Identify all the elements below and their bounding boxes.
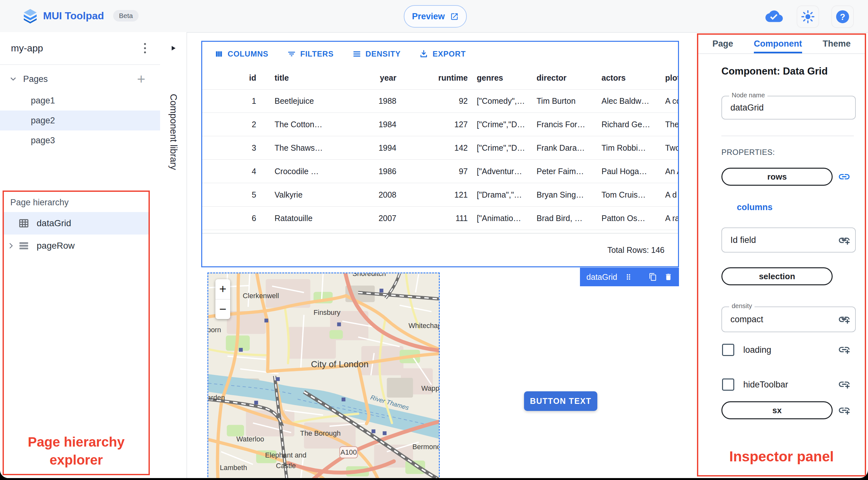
- chevron-right-icon[interactable]: [4, 242, 18, 250]
- tab-theme[interactable]: Theme: [823, 35, 850, 53]
- grid-cell: Brad Bird, …: [535, 214, 599, 223]
- grid-header-row: id title year runtime genres director ac…: [202, 66, 678, 90]
- drag-handle-icon[interactable]: [624, 273, 633, 281]
- button-component[interactable]: BUTTON TEXT: [524, 391, 597, 411]
- preview-button[interactable]: Preview: [404, 5, 467, 28]
- grid-cell: Frank Dara…: [535, 143, 599, 153]
- id-field-select[interactable]: Id field: [721, 227, 856, 253]
- tab-page[interactable]: Page: [712, 35, 733, 53]
- annotation-inspector-panel: Inspector panel: [698, 449, 865, 465]
- grid-header-cell[interactable]: runtime: [397, 73, 468, 83]
- grid-header-cell[interactable]: year: [325, 73, 397, 83]
- hierarchy-item-pagerow[interactable]: pageRow: [4, 234, 149, 257]
- duplicate-icon[interactable]: [649, 273, 657, 281]
- datagrid-component[interactable]: COLUMNS FILTERS DENSITY EXPORT id title …: [201, 41, 679, 267]
- map-image: A100 Shoreditch Clerkenwell Finsbury Whi…: [208, 274, 439, 478]
- grid-row[interactable]: 3The Shaws…1994142["Crime","D…Frank Dara…: [202, 136, 678, 160]
- cloud-synced-icon[interactable]: [765, 9, 783, 24]
- sidebar-item-page2[interactable]: page2: [0, 110, 160, 130]
- component-library-strip[interactable]: Component library: [160, 32, 187, 478]
- grid-cell: A d: [663, 190, 678, 199]
- export-button[interactable]: EXPORT: [419, 50, 465, 59]
- grid-cell: Beetlejuice: [257, 96, 325, 106]
- hidetoolbar-checkbox-label: hideToolbar: [743, 380, 788, 390]
- node-name-field[interactable]: Node name dataGrid: [721, 96, 856, 120]
- delete-icon[interactable]: [664, 273, 673, 281]
- grid-cell: ["Comedy",…: [468, 96, 535, 106]
- selection-chip-label: dataGrid: [586, 273, 617, 282]
- map-label-garden-cut: arden: [208, 393, 225, 402]
- tab-component[interactable]: Component: [754, 35, 802, 53]
- help-button[interactable]: ?: [831, 5, 854, 28]
- add-binding-icon[interactable]: [838, 378, 850, 391]
- add-page-button[interactable]: +: [137, 72, 145, 86]
- map-label-city-of-london: City of London: [311, 359, 368, 369]
- selection-chip[interactable]: dataGrid: [580, 268, 679, 286]
- project-name: my-app: [11, 43, 43, 54]
- grid-header-cell[interactable]: genres: [468, 73, 535, 83]
- density-select[interactable]: density compact: [721, 307, 856, 332]
- add-binding-icon[interactable]: [838, 404, 850, 417]
- rows-property-button[interactable]: rows: [721, 168, 833, 186]
- selection-property-button[interactable]: selection: [721, 267, 833, 285]
- zoom-out-button[interactable]: −: [215, 299, 230, 319]
- sx-property-button[interactable]: sx: [721, 401, 833, 419]
- bound-link-icon[interactable]: [838, 170, 850, 183]
- grid-cell: 142: [397, 143, 468, 153]
- grid-row[interactable]: 4Crocodile …198697["Adventur…Peter Faim……: [202, 160, 678, 183]
- project-menu-button[interactable]: [141, 40, 149, 57]
- grid-row[interactable]: 6Ratatouille2007111["Animatio…Brad Bird,…: [202, 206, 678, 230]
- map-label-lambeth: Lambeth: [220, 463, 247, 472]
- loading-checkbox-label: loading: [743, 345, 771, 355]
- grid-cell: ["Animatio…: [468, 214, 535, 223]
- hierarchy-item-datagrid[interactable]: dataGrid: [4, 212, 149, 234]
- properties-label: PROPERTIES:: [721, 148, 775, 157]
- grid-header-cell[interactable]: id: [202, 73, 257, 83]
- theme-toggle-button[interactable]: [797, 5, 819, 28]
- grid-cell: ["Crime","D…: [468, 120, 535, 129]
- grid-cell: Valkyrie: [257, 190, 325, 199]
- grid-header-cell[interactable]: actors: [599, 73, 663, 83]
- page-hierarchy-panel: Page hierarchy dataGrid pageRow: [3, 191, 150, 475]
- top-bar: MUI Toolpad Beta Preview ?: [0, 0, 868, 33]
- hidetoolbar-checkbox[interactable]: [722, 379, 734, 391]
- grid-header-cell[interactable]: director: [535, 73, 599, 83]
- sidebar-item-page3[interactable]: page3: [0, 130, 160, 150]
- map-label-elephant-line1: Elephant and: [265, 451, 307, 459]
- page-item-label: page2: [31, 116, 55, 126]
- sidebar-item-page1[interactable]: page1: [0, 91, 160, 110]
- grid-cell: 111: [397, 214, 468, 223]
- expand-arrow-icon[interactable]: [170, 45, 177, 52]
- grid-cell: Ratatouille: [257, 214, 325, 223]
- project-row: my-app: [0, 32, 160, 65]
- page-hierarchy-title: Page hierarchy: [4, 192, 149, 212]
- density-label: density: [729, 302, 754, 310]
- grid-row[interactable]: 1Beetlejuice198892["Comedy",…Tim BurtonA…: [202, 89, 678, 113]
- zoom-in-button[interactable]: +: [215, 279, 230, 299]
- grid-cell: Bryan Sing…: [535, 190, 599, 199]
- add-binding-icon[interactable]: [838, 234, 850, 247]
- grid-footer: Total Rows: 146: [202, 233, 678, 266]
- density-button[interactable]: DENSITY: [352, 50, 401, 59]
- grid-cell: The Cotton…: [257, 120, 325, 129]
- preview-button-label: Preview: [412, 11, 444, 22]
- add-binding-icon[interactable]: [838, 343, 850, 356]
- map-component[interactable]: A100 Shoreditch Clerkenwell Finsbury Whi…: [207, 273, 440, 478]
- columns-property-link[interactable]: columns: [737, 202, 773, 212]
- data-grid-icon: [18, 218, 30, 229]
- grid-cell: The: [663, 120, 678, 129]
- hierarchy-item-label: pageRow: [37, 241, 74, 251]
- page-item-label: page3: [31, 136, 55, 146]
- pages-section-header[interactable]: Pages +: [0, 69, 160, 89]
- grid-header-cell[interactable]: plot: [663, 73, 678, 83]
- loading-checkbox[interactable]: [722, 344, 734, 356]
- map-label-the-borough: The Borough: [300, 429, 341, 437]
- grid-header-cell[interactable]: title: [257, 73, 325, 83]
- page-row-icon: [18, 240, 30, 252]
- grid-row[interactable]: 5Valkyrie2008121["Drama","…Bryan Sing…To…: [202, 183, 678, 206]
- grid-row[interactable]: 2The Cotton…1984127["Crime","D…Francis F…: [202, 113, 678, 136]
- add-binding-icon[interactable]: [838, 313, 850, 326]
- columns-button[interactable]: COLUMNS: [214, 50, 269, 59]
- grid-cell: 92: [397, 96, 468, 106]
- filters-button[interactable]: FILTERS: [287, 50, 334, 59]
